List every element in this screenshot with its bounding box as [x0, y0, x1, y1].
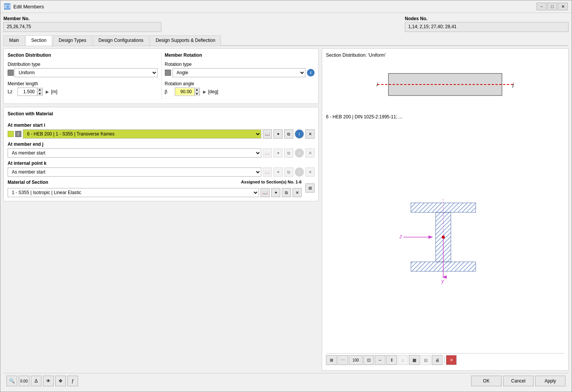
start-color-box: [8, 131, 14, 137]
footer-move-btn[interactable]: ✥: [55, 376, 66, 386]
rotation-type-select[interactable]: Angle: [173, 68, 306, 77]
lz-spinner-btns: ▲ ▼: [37, 88, 42, 96]
material-book-btn[interactable]: 📖: [260, 188, 270, 197]
beta-spinner[interactable]: 90.00 ▲ ▼: [175, 88, 200, 96]
end-info-btn[interactable]: i: [295, 148, 304, 158]
tabs: Main Section Design Types Design Configu…: [3, 35, 569, 46]
window-title: Edit Members: [13, 4, 534, 10]
section-panel: Section Distribution Distribution type U…: [3, 48, 319, 104]
beam-rectangle: [388, 73, 502, 96]
tab-design-configurations[interactable]: Design Configurations: [93, 35, 149, 46]
right-icon-btns: ⊞: [305, 183, 315, 193]
cancel-button[interactable]: Cancel: [503, 376, 534, 386]
footer-delta-btn[interactable]: Δ: [31, 376, 42, 386]
nodes-no-label: Nodes No.: [405, 16, 569, 21]
internal-info-btn[interactable]: i: [295, 167, 304, 177]
rotation-info-btn[interactable]: i: [307, 69, 315, 76]
nodes-no-value: 1,14; 2,15; 27,40; 28,41: [405, 22, 569, 32]
end-new-btn[interactable]: ✦: [273, 148, 283, 158]
section-dist-label: Section Distribution: 'Uniform': [326, 53, 564, 58]
toolbar-100-btn[interactable]: 100: [349, 355, 363, 365]
rotation-type-row: Rotation type Angle i: [165, 62, 315, 77]
toolbar-dots-btn[interactable]: ⋯: [337, 355, 348, 365]
toolbar-sep: [444, 356, 444, 364]
ok-button[interactable]: OK: [471, 376, 502, 386]
lz-down-btn[interactable]: ▼: [37, 92, 42, 96]
tab-design-types[interactable]: Design Types: [53, 35, 92, 46]
tab-section[interactable]: Section: [26, 35, 52, 46]
end-copy-btn[interactable]: ⧉: [284, 148, 293, 158]
member-length-row: Member length Lz 1.500 ▲ ▼: [8, 81, 158, 96]
start-new-btn[interactable]: ✦: [273, 129, 283, 139]
section-material-panel: Section with Material At member start i …: [3, 107, 319, 201]
toolbar-close-btn[interactable]: ✕: [446, 355, 457, 365]
footer-zero-btn[interactable]: 0.00: [19, 376, 29, 386]
lz-spinner[interactable]: 1.500 ▲ ▼: [18, 88, 43, 96]
internal-new-btn[interactable]: ✦: [273, 167, 283, 177]
toolbar-print-btn[interactable]: 🖨: [432, 355, 443, 365]
left-panel: Section Distribution Distribution type U…: [3, 48, 319, 371]
svg-rect-0: [5, 5, 10, 8]
member-start-dropdown: I 6 - HEB 200 | 1 - S355 | Transverse fr…: [8, 129, 315, 139]
toolbar-dim2-btn[interactable]: ⇕: [386, 355, 397, 365]
cross-section-view: z y: [326, 123, 564, 352]
material-dropdown-row: 1 - S355 | Isotropic | Linear Elastic 📖 …: [8, 188, 302, 197]
distribution-type-select[interactable]: Uniform: [14, 68, 158, 77]
toolbar-table-btn[interactable]: ▦: [409, 355, 420, 365]
start-copy-btn[interactable]: ⧉: [284, 129, 293, 139]
angle-color-box: [165, 70, 171, 76]
rotation-type-select-row: Angle i: [165, 68, 315, 77]
beta-up-btn[interactable]: ▲: [194, 88, 200, 92]
material-copy-btn[interactable]: ⧉: [282, 188, 291, 197]
maximize-button[interactable]: □: [547, 3, 557, 10]
toolbar-dim3-btn[interactable]: ↨: [398, 355, 408, 365]
material-select[interactable]: 1 - S355 | Isotropic | Linear Elastic: [8, 188, 259, 197]
minimize-button[interactable]: −: [537, 3, 546, 10]
start-info-btn2[interactable]: i: [295, 129, 304, 139]
internal-copy-btn[interactable]: ⧉: [284, 167, 293, 177]
toolbar-section-btn[interactable]: ⊡: [363, 355, 374, 365]
material-section: Material of Section Assigned to Section(…: [8, 180, 302, 197]
start-book-btn[interactable]: 📖: [263, 129, 272, 139]
content-area: Member No. 25,26,74,75 Nodes No. 1,14; 2…: [0, 13, 572, 392]
material-extra-btn[interactable]: ⊞: [305, 183, 315, 193]
toolbar-table2-btn[interactable]: ▤: [420, 355, 431, 365]
cross-section-svg: z y: [392, 184, 499, 290]
lz-unit: [m]: [51, 89, 58, 94]
title-bar: Edit Members − □ ✕: [0, 0, 572, 13]
end-book-btn[interactable]: 📖: [263, 148, 272, 158]
start-i-icon: I: [15, 131, 21, 137]
member-no-label: Member No.: [3, 16, 161, 21]
material-delete-btn[interactable]: ✕: [292, 188, 302, 197]
uniform-color-box: [8, 70, 14, 76]
material-new-btn[interactable]: ✦: [271, 188, 280, 197]
footer-search-btn[interactable]: 🔍: [6, 376, 17, 386]
internal-delete-btn[interactable]: ✕: [305, 167, 315, 177]
footer-eye-btn[interactable]: 👁: [43, 376, 54, 386]
section-distribution-title: Section Distribution: [8, 53, 158, 58]
rotation-angle-row: Rotation angle β 90.00 ▲ ▼: [165, 81, 315, 96]
right-panel: Section Distribution: 'Uniform' i j 6 - …: [322, 48, 569, 371]
member-end-label: At member end j: [8, 142, 315, 147]
end-delete-btn[interactable]: ✕: [305, 148, 315, 158]
tab-design-supports[interactable]: Design Supports & Deflection: [150, 35, 221, 46]
close-button[interactable]: ✕: [558, 3, 568, 10]
tab-main[interactable]: Main: [3, 35, 25, 46]
apply-button[interactable]: Apply: [535, 376, 566, 386]
section-material-title: Section with Material: [8, 111, 53, 116]
member-start-select[interactable]: 6 - HEB 200 | 1 - S355 | Transverse fram…: [23, 129, 261, 139]
section-info: 6 - HEB 200 | DIN 1025-2:1995-11; ...: [326, 114, 564, 120]
member-end-row: At member end j As member start 📖 ✦ ⧉ i …: [8, 142, 315, 158]
internal-select[interactable]: As member start: [8, 167, 261, 177]
start-delete-btn[interactable]: ✕: [305, 129, 315, 139]
beta-down-btn[interactable]: ▼: [194, 92, 200, 96]
beam-diagram: i j: [326, 65, 564, 104]
beta-value: 90.00: [175, 88, 194, 95]
toolbar-dim-btn[interactable]: ↔: [375, 355, 385, 365]
member-end-select[interactable]: As member start: [8, 148, 261, 158]
lz-up-btn[interactable]: ▲: [37, 88, 42, 92]
internal-book-btn[interactable]: 📖: [263, 167, 272, 177]
footer-script-btn[interactable]: ƒ: [67, 376, 78, 386]
main-content: Section Distribution Distribution type U…: [3, 48, 569, 371]
toolbar-grid-btn[interactable]: ⊞: [326, 355, 337, 365]
